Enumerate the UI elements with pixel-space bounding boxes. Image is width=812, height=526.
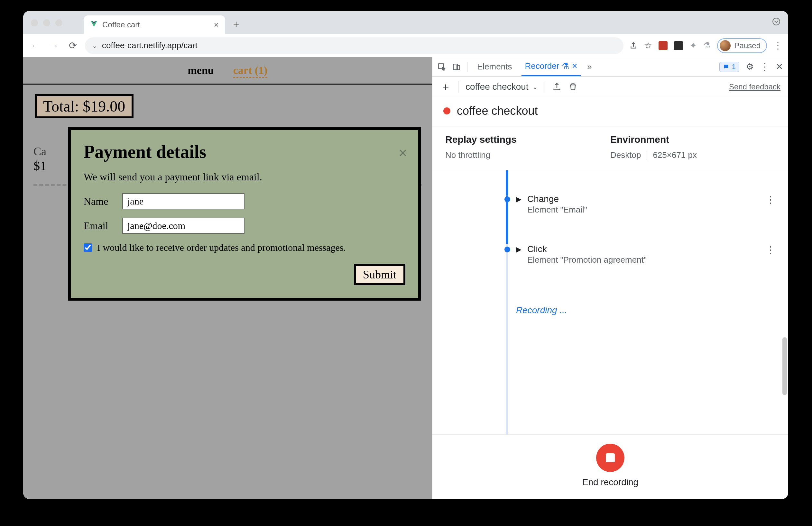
back-button[interactable]: ←: [29, 39, 42, 52]
window-controls: [31, 19, 62, 26]
promo-checkbox[interactable]: [84, 243, 92, 252]
issues-indicator[interactable]: 1: [719, 62, 739, 72]
export-icon[interactable]: [552, 82, 561, 91]
recording-title: coffee checkout: [457, 104, 538, 118]
settings-icon[interactable]: ⚙: [746, 61, 754, 72]
payment-modal: × Payment details We will send you a pay…: [68, 127, 421, 301]
overflow-tabs-icon[interactable]: »: [587, 62, 592, 72]
environment-label: Environment: [610, 134, 775, 145]
recorder-timeline: ▶ Change Element "Email" ⋮ ▶ Click Eleme…: [432, 170, 788, 434]
timeline-step[interactable]: ▶ Click Element "Promotion agreement" ⋮: [500, 244, 775, 265]
step-menu-icon[interactable]: ⋮: [766, 194, 775, 215]
devtools-menu-icon[interactable]: ⋮: [760, 61, 769, 72]
tab-recorder[interactable]: Recorder ⚗ ✕: [522, 57, 581, 76]
recorder-toolbar: ＋ coffee checkout ⌄ Send feedback: [432, 76, 788, 97]
step-subtitle: Element "Email": [527, 205, 760, 215]
tab-menu-icon[interactable]: [772, 17, 781, 26]
expand-arrow-icon[interactable]: ▶: [516, 245, 522, 265]
nav-menu-link[interactable]: menu: [188, 64, 214, 78]
maximize-window-icon[interactable]: [55, 19, 62, 26]
extensions-icon[interactable]: ✦: [690, 40, 697, 51]
new-tab-button[interactable]: ＋: [230, 17, 243, 30]
name-label: Name: [84, 195, 115, 207]
scrollbar[interactable]: [782, 337, 787, 395]
site-nav: menu cart (1): [23, 57, 432, 85]
step-node-icon: [505, 246, 510, 252]
modal-close-icon[interactable]: ×: [398, 144, 407, 162]
modal-message: We will send you a payment link via emai…: [84, 171, 405, 183]
flask-icon: ⚗: [562, 61, 569, 71]
inspect-element-icon[interactable]: [437, 63, 446, 71]
environment-size: 625×671 px: [653, 150, 697, 160]
forward-button[interactable]: →: [48, 39, 60, 52]
replay-settings-label: Replay settings: [445, 134, 610, 145]
devtools-panel: Elements Recorder ⚗ ✕ » 1 ⚙ ⋮ ✕: [432, 57, 788, 499]
end-recording-section: End recording: [432, 434, 788, 499]
end-recording-button[interactable]: [596, 444, 624, 472]
address-bar[interactable]: ⌄ coffee-cart.netlify.app/cart: [85, 37, 623, 54]
tab-close-icon[interactable]: ✕: [572, 62, 578, 71]
cart-total[interactable]: Total: $19.00: [35, 94, 133, 118]
step-subtitle: Element "Promotion agreement": [527, 255, 760, 265]
page-viewport: menu cart (1) Total: $19.00 Ca $1 x 00: [23, 57, 432, 499]
tab-elements[interactable]: Elements: [474, 57, 515, 76]
new-recording-button[interactable]: ＋: [440, 79, 451, 94]
chrome-menu-icon[interactable]: ⋮: [773, 40, 782, 51]
tab-title: Coffee cart: [102, 20, 140, 29]
recording-header: coffee checkout: [432, 97, 788, 126]
recording-selector[interactable]: coffee checkout ⌄: [465, 82, 538, 92]
browser-tab[interactable]: Coffee cart ×: [84, 15, 225, 34]
close-window-icon[interactable]: [31, 19, 38, 26]
browser-window: Coffee cart × ＋ ← → ⟳ ⌄ coffee-cart.netl…: [23, 11, 788, 499]
issues-count: 1: [732, 63, 736, 71]
step-node-icon: [505, 196, 510, 202]
recorder-settings: Replay settings No throttling Environmen…: [432, 126, 788, 170]
device-toolbar-icon[interactable]: [452, 63, 461, 71]
devtools-tab-bar: Elements Recorder ⚗ ✕ » 1 ⚙ ⋮ ✕: [432, 57, 788, 76]
timeline-step[interactable]: ▶ Change Element "Email" ⋮: [500, 194, 775, 215]
devtools-close-icon[interactable]: ✕: [775, 61, 783, 72]
svg-point-0: [773, 18, 780, 25]
chevron-down-icon: ⌄: [533, 83, 538, 91]
delete-icon[interactable]: [568, 82, 578, 91]
email-label: Email: [84, 220, 115, 232]
vue-icon: [90, 20, 98, 30]
reload-button[interactable]: ⟳: [66, 39, 79, 52]
bookmark-icon[interactable]: ☆: [644, 40, 652, 51]
submit-button[interactable]: Submit: [354, 264, 405, 285]
extension-icon-1[interactable]: [658, 41, 668, 50]
recording-status-text: Recording ...: [516, 305, 567, 315]
share-icon[interactable]: [629, 42, 638, 50]
recording-name: coffee checkout: [465, 82, 528, 92]
name-field[interactable]: [122, 193, 245, 209]
modal-title: Payment details: [84, 141, 405, 162]
step-menu-icon[interactable]: ⋮: [766, 244, 775, 265]
tab-close-icon[interactable]: ×: [214, 20, 219, 30]
environment-device: Desktop: [610, 150, 641, 160]
send-feedback-link[interactable]: Send feedback: [729, 82, 781, 91]
stop-icon: [606, 453, 615, 462]
url-text: coffee-cart.netlify.app/cart: [102, 41, 198, 50]
paused-label: Paused: [735, 41, 760, 50]
minimize-window-icon[interactable]: [43, 19, 50, 26]
profile-paused-pill[interactable]: Paused: [717, 38, 767, 53]
site-info-icon[interactable]: ⌄: [92, 42, 98, 49]
step-title: Click: [527, 244, 760, 254]
end-recording-label: End recording: [582, 477, 638, 487]
extension-icon-2[interactable]: [674, 41, 683, 50]
email-field[interactable]: [122, 218, 245, 234]
nav-cart-link[interactable]: cart (1): [233, 64, 268, 78]
step-title: Change: [527, 194, 760, 204]
throttling-value[interactable]: No throttling: [445, 150, 610, 160]
browser-toolbar: ← → ⟳ ⌄ coffee-cart.netlify.app/cart ☆ ✦…: [23, 34, 788, 57]
promo-label: I would like to receive order updates an…: [97, 242, 346, 253]
labs-icon[interactable]: ⚗: [703, 41, 711, 50]
recording-indicator-icon: [443, 107, 450, 115]
avatar: [720, 40, 730, 51]
expand-arrow-icon[interactable]: ▶: [516, 195, 522, 215]
tab-strip: Coffee cart × ＋: [23, 11, 788, 34]
